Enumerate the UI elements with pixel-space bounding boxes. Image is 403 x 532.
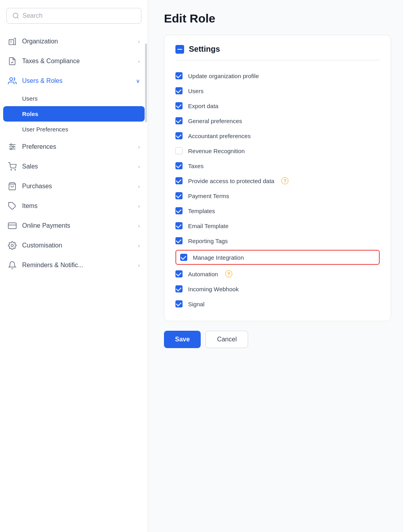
sidebar: Search Organization › Taxes & Compliance… [0, 0, 148, 532]
chevron-right-icon: › [138, 242, 140, 249]
checkbox-templates[interactable] [175, 207, 183, 214]
permission-label-general-preferences: General preferences [188, 118, 242, 124]
svg-line-1 [17, 17, 18, 18]
chevron-right-icon: › [138, 144, 140, 150]
settings-icon [8, 241, 17, 250]
checkbox-email-template[interactable] [175, 222, 183, 229]
permission-label-signal: Signal [188, 301, 205, 307]
sidebar-item-organization[interactable]: Organization › [0, 32, 148, 51]
sidebar-subitem-roles[interactable]: Roles [3, 106, 145, 122]
svg-point-3 [10, 78, 13, 81]
chevron-right-icon: › [138, 38, 140, 45]
sidebar-item-users-roles-label: Users & Roles [22, 77, 62, 84]
sidebar-subitem-users[interactable]: Users [0, 91, 148, 106]
credit-card-icon [8, 221, 17, 230]
checkbox-users[interactable] [175, 87, 183, 94]
sidebar-item-purchases[interactable]: Purchases › [0, 176, 148, 196]
sidebar-item-customisation[interactable]: Customisation › [0, 236, 148, 255]
checkbox-revenue-recognition[interactable] [175, 147, 183, 154]
sidebar-item-online-payments[interactable]: Online Payments › [0, 216, 148, 236]
search-icon [12, 12, 19, 19]
main-content: Edit Role Settings Update organization p… [148, 0, 403, 532]
building-icon [8, 37, 17, 46]
sidebar-item-sales[interactable]: Sales › [0, 157, 148, 176]
sidebar-item-preferences[interactable]: Preferences › [0, 137, 148, 157]
sidebar-subitem-user-preferences[interactable]: User Preferences [0, 122, 148, 137]
minus-icon[interactable] [175, 45, 184, 54]
chevron-right-icon: › [138, 183, 140, 189]
sidebar-item-reminders[interactable]: Reminders & Notific... › [0, 255, 148, 275]
permission-manage-integration[interactable]: Manage Integration [175, 250, 380, 265]
checkbox-accountant-preferences[interactable] [175, 132, 183, 139]
settings-card-header: Settings [175, 45, 380, 60]
checkbox-incoming-webhook[interactable] [175, 285, 183, 292]
permission-label-export-data: Export data [188, 103, 218, 109]
permission-label-reporting-tags: Reporting Tags [188, 238, 228, 244]
sidebar-scrollbar[interactable] [145, 43, 147, 122]
permission-incoming-webhook[interactable]: Incoming Webhook [175, 281, 380, 296]
chevron-right-icon: › [138, 223, 140, 229]
search-placeholder: Search [23, 12, 43, 19]
page-title: Edit Role [164, 12, 391, 25]
chevron-down-icon: ∨ [136, 78, 140, 84]
permission-label-manage-integration: Manage Integration [193, 254, 244, 261]
svg-point-14 [15, 169, 15, 170]
svg-point-19 [11, 244, 13, 247]
permission-label-protected-data: Provide access to protected data [188, 178, 274, 184]
users-roles-submenu: Users Roles User Preferences [0, 91, 148, 137]
users-icon [8, 77, 17, 85]
sidebar-item-purchases-label: Purchases [22, 183, 52, 190]
cancel-button[interactable]: Cancel [205, 331, 248, 348]
permission-revenue-recognition[interactable]: Revenue Recognition [175, 143, 380, 158]
sidebar-item-reminders-label: Reminders & Notific... [22, 262, 83, 269]
svg-point-6 [10, 148, 12, 150]
permission-general-preferences[interactable]: General preferences [175, 113, 380, 128]
svg-point-4 [10, 144, 12, 146]
permission-list: Update organization profile Users Export… [175, 68, 380, 311]
permission-payment-terms[interactable]: Payment Terms [175, 188, 380, 203]
search-container: Search [6, 8, 141, 24]
chevron-right-icon: › [138, 58, 140, 64]
search-box[interactable]: Search [6, 8, 141, 24]
sidebar-item-taxes-compliance[interactable]: Taxes & Compliance › [0, 51, 148, 71]
sidebar-item-organization-label: Organization [22, 38, 58, 45]
info-icon-protected-data: ? [281, 177, 288, 184]
permission-label-email-template: Email Template [188, 223, 228, 229]
settings-title: Settings [189, 45, 220, 54]
checkbox-export-data[interactable] [175, 102, 183, 109]
sidebar-item-sales-label: Sales [22, 163, 38, 170]
permission-export-data[interactable]: Export data [175, 98, 380, 113]
checkbox-automation[interactable] [175, 270, 183, 277]
shopping-cart-icon [8, 162, 17, 171]
permission-email-template[interactable]: Email Template [175, 218, 380, 233]
permission-reporting-tags[interactable]: Reporting Tags [175, 233, 380, 248]
checkbox-reporting-tags[interactable] [175, 237, 183, 244]
svg-rect-2 [9, 39, 14, 45]
permission-label-users: Users [188, 88, 203, 94]
checkbox-manage-integration[interactable] [180, 254, 187, 261]
sidebar-item-items[interactable]: Items › [0, 196, 148, 216]
permission-protected-data[interactable]: Provide access to protected data ? [175, 173, 380, 188]
save-button[interactable]: Save [164, 331, 201, 348]
permission-templates[interactable]: Templates [175, 203, 380, 218]
permission-users[interactable]: Users [175, 83, 380, 98]
permission-automation[interactable]: Automation ? [175, 266, 380, 281]
svg-point-5 [13, 146, 14, 148]
checkbox-payment-terms[interactable] [175, 192, 183, 199]
checkbox-update-org-profile[interactable] [175, 72, 183, 79]
sidebar-item-users-roles[interactable]: Users & Roles ∨ [0, 71, 148, 91]
checkbox-signal[interactable] [175, 300, 183, 307]
checkbox-general-preferences[interactable] [175, 117, 183, 124]
permission-signal[interactable]: Signal [175, 296, 380, 311]
permission-accountant-preferences[interactable]: Accountant preferences [175, 128, 380, 143]
permission-taxes[interactable]: Taxes [175, 158, 380, 173]
permission-label-accountant-preferences: Accountant preferences [188, 133, 250, 139]
sidebar-item-taxes-label: Taxes & Compliance [22, 58, 80, 65]
checkbox-protected-data[interactable] [175, 177, 183, 184]
permission-update-org-profile[interactable]: Update organization profile [175, 68, 380, 83]
bell-icon [8, 261, 17, 270]
checkbox-taxes[interactable] [175, 162, 183, 169]
chevron-right-icon: › [138, 262, 140, 268]
tag-icon [8, 202, 17, 210]
permission-label-taxes: Taxes [188, 163, 203, 169]
